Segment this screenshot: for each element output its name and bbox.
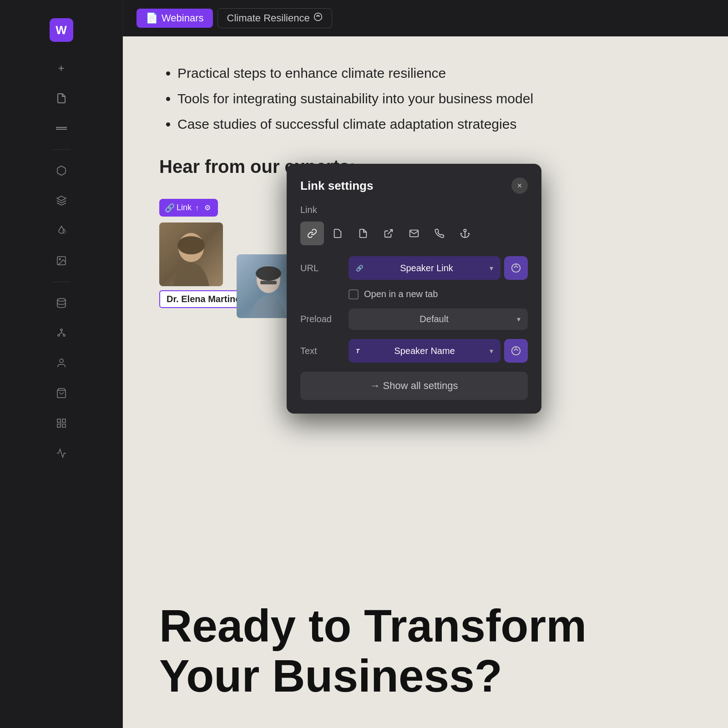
link-type-row: [300, 222, 528, 245]
link-toolbar-label: Link: [177, 203, 192, 212]
url-label: URL: [300, 263, 341, 273]
svg-marker-2: [57, 196, 66, 201]
bottom-section: Ready to Transform Your Business?: [123, 573, 728, 728]
svg-point-29: [464, 229, 466, 232]
modal-header: Link settings ×: [300, 177, 528, 194]
preload-row: Preload Default ▾: [300, 308, 528, 330]
sidebar-item-menu[interactable]: [50, 116, 73, 140]
text-row: Text T Speaker Name ▾: [300, 339, 528, 363]
link-toolbar: 🔗 Link ↑ ⚙: [159, 199, 218, 217]
link-type-url[interactable]: [300, 222, 324, 245]
sidebar-item-grid[interactable]: [50, 411, 73, 435]
svg-point-5: [57, 298, 66, 301]
sidebar-item-database[interactable]: [50, 291, 73, 315]
sidebar-item-layers[interactable]: [50, 189, 73, 212]
url-select[interactable]: 🔗 Speaker Link ▾: [349, 256, 500, 280]
show-all-settings-button[interactable]: → Show all settings: [300, 372, 528, 400]
text-value: Speaker Name: [364, 346, 485, 356]
sidebar-item-drops[interactable]: [50, 219, 73, 243]
sidebar-item-hierarchy[interactable]: [50, 321, 73, 345]
main-content: 📄 Webinars Climate Resilience Practical …: [123, 0, 728, 728]
svg-point-22: [177, 236, 205, 254]
svg-point-6: [61, 329, 62, 331]
expert-card-1: 🔗 Link ↑ ⚙ Dr. Elena Mart: [159, 222, 223, 286]
sidebar-item-image[interactable]: [50, 249, 73, 273]
url-control: 🔗 Speaker Link ▾: [349, 256, 528, 280]
text-select[interactable]: T Speaker Name ▾: [349, 339, 500, 363]
text-chevron-icon: ▾: [490, 347, 493, 355]
url-value: Speaker Link: [368, 263, 485, 273]
app-shell: W +: [0, 0, 728, 728]
preload-chevron-icon: ▾: [517, 315, 521, 324]
tab-bar: 📄 Webinars Climate Resilience: [123, 0, 728, 36]
checkbox-row: Open in a new tab: [300, 289, 528, 299]
svg-point-11: [63, 334, 65, 336]
svg-rect-17: [57, 424, 61, 427]
svg-point-24: [256, 266, 281, 281]
link-toolbar-up[interactable]: ↑: [193, 203, 201, 213]
preload-control: Default ▾: [349, 308, 528, 330]
text-dynamic-icon[interactable]: [504, 339, 528, 363]
text-control: T Speaker Name ▾: [349, 339, 528, 363]
modal-title: Link settings: [300, 179, 373, 193]
bullet-item-3: Case studies of successful climate adapt…: [177, 115, 692, 134]
svg-point-12: [60, 359, 63, 363]
tab-webinars-label: Webinars: [162, 12, 204, 24]
link-icon: 🔗: [165, 203, 175, 213]
sidebar-item-user[interactable]: [50, 351, 73, 375]
logo[interactable]: W: [50, 18, 73, 42]
svg-point-4: [59, 258, 61, 260]
svg-rect-16: [62, 424, 66, 427]
svg-line-8: [59, 333, 61, 334]
link-type-phone[interactable]: [428, 222, 451, 245]
svg-line-9: [61, 333, 64, 334]
tab-webinars-icon: 📄: [146, 12, 158, 24]
sidebar-item-cart[interactable]: [50, 381, 73, 405]
link-type-page1[interactable]: [326, 222, 349, 245]
url-dynamic-icon[interactable]: [504, 256, 528, 280]
bottom-heading: Ready to Transform Your Business?: [159, 601, 692, 701]
svg-rect-25: [260, 281, 277, 284]
sidebar-item-activity[interactable]: [50, 441, 73, 465]
svg-point-10: [58, 334, 60, 336]
preload-value: Default: [356, 314, 512, 324]
expert-photo-1: [159, 222, 223, 286]
link-type-external[interactable]: [377, 222, 400, 245]
preload-label: Preload: [300, 314, 341, 324]
text-label: Text: [300, 346, 341, 356]
new-tab-checkbox[interactable]: [349, 289, 359, 299]
content-area: Practical steps to enhance climate resil…: [123, 36, 728, 573]
svg-rect-14: [57, 419, 61, 422]
modal-section-link: Link: [300, 205, 528, 215]
link-type-email[interactable]: [402, 222, 426, 245]
bullet-item-1: Practical steps to enhance climate resil…: [177, 64, 692, 83]
sidebar: W +: [0, 0, 123, 728]
link-type-anchor[interactable]: [453, 222, 477, 245]
preload-select[interactable]: Default ▾: [349, 308, 528, 330]
sidebar-item-cube[interactable]: [50, 159, 73, 182]
tab-webinars[interactable]: 📄 Webinars: [136, 9, 213, 28]
url-chevron-icon: ▾: [490, 264, 493, 273]
text-type-icon: T: [356, 348, 359, 354]
link-settings-modal: Link settings × Link: [287, 164, 541, 414]
sidebar-divider-2: [52, 282, 71, 282]
tab-climate[interactable]: Climate Resilience: [217, 8, 332, 28]
svg-rect-1: [56, 129, 67, 130]
modal-close-button[interactable]: ×: [511, 177, 528, 194]
url-row: URL 🔗 Speaker Link ▾: [300, 256, 528, 280]
url-link-icon: 🔗: [356, 265, 364, 272]
link-toolbar-settings[interactable]: ⚙: [202, 202, 212, 213]
sidebar-item-document[interactable]: [50, 86, 73, 110]
bullet-item-2: Tools for integrating sustainability int…: [177, 89, 692, 108]
tab-climate-label: Climate Resilience: [227, 12, 310, 24]
link-type-page2[interactable]: [351, 222, 375, 245]
svg-rect-0: [56, 127, 67, 128]
sidebar-item-plus[interactable]: +: [50, 56, 73, 80]
new-tab-label: Open in a new tab: [364, 289, 438, 299]
sidebar-divider-1: [52, 149, 71, 150]
svg-rect-15: [62, 419, 66, 422]
bullet-list: Practical steps to enhance climate resil…: [159, 64, 692, 134]
tab-climate-icon: [313, 12, 323, 24]
